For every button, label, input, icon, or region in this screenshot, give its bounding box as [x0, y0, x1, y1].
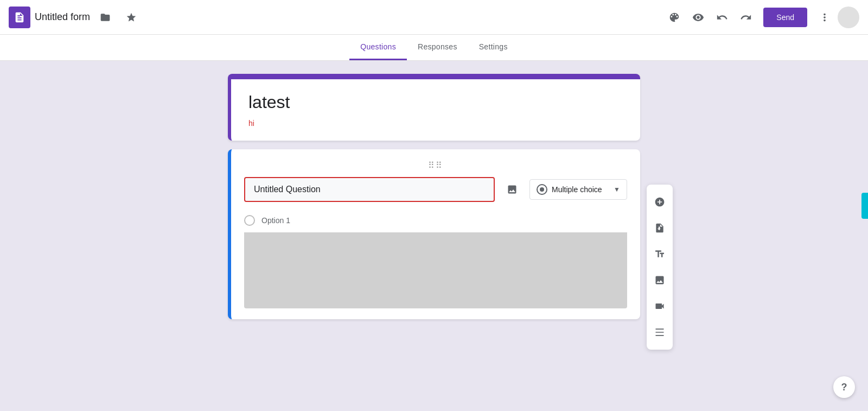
tab-questions[interactable]: Questions: [349, 35, 407, 60]
avatar[interactable]: [838, 7, 859, 28]
type-label: Multiple choice: [552, 185, 609, 194]
more-button[interactable]: [814, 7, 835, 28]
app-logo: [9, 7, 30, 28]
add-image-button[interactable]: [501, 179, 523, 200]
tab-responses[interactable]: Responses: [407, 35, 468, 60]
multiple-choice-icon: [537, 184, 547, 195]
form-description: hi: [248, 119, 623, 128]
tab-settings[interactable]: Settings: [468, 35, 519, 60]
question-card: ⠿⠿ Multiple choice ▼: [228, 149, 640, 319]
question-input[interactable]: [245, 178, 494, 201]
option-radio: [244, 215, 255, 226]
question-top-row: Multiple choice ▼: [244, 177, 627, 202]
add-video-button[interactable]: [647, 293, 673, 319]
form-name: latest: [248, 92, 623, 112]
right-sidebar-tools: [647, 185, 673, 350]
form-title: Untitled form: [35, 11, 90, 23]
question-type-selector[interactable]: Multiple choice ▼: [529, 179, 627, 200]
dropdown-overlay: [244, 232, 627, 308]
option-row: Option 1: [244, 211, 627, 230]
drag-handle: ⠿⠿: [244, 160, 627, 170]
dropdown-arrow-icon: ▼: [614, 186, 620, 193]
main-content: latest hi ⠿⠿ Multiple cho: [0, 61, 868, 410]
add-question-button[interactable]: [647, 189, 673, 215]
green-tab: [861, 193, 868, 219]
import-questions-button[interactable]: [647, 215, 673, 241]
send-button[interactable]: Send: [763, 8, 807, 27]
add-image-sidebar-button[interactable]: [647, 267, 673, 293]
question-input-wrapper: [244, 177, 495, 202]
option-text: Option 1: [261, 216, 290, 225]
undo-button[interactable]: [711, 7, 733, 28]
folder-button[interactable]: [94, 7, 116, 28]
add-section-button[interactable]: [647, 319, 673, 345]
header-left: Untitled form: [9, 7, 663, 28]
redo-button[interactable]: [735, 7, 757, 28]
tabs-bar: Questions Responses Settings: [0, 35, 868, 61]
header-right: Send: [663, 7, 859, 28]
app-header: Untitled form: [0, 0, 868, 35]
preview-button[interactable]: [687, 7, 709, 28]
form-title-card: latest hi: [228, 74, 640, 141]
add-title-button[interactable]: [647, 241, 673, 267]
star-button[interactable]: [120, 7, 142, 28]
palette-button[interactable]: [663, 7, 685, 28]
help-button[interactable]: ?: [833, 376, 855, 398]
